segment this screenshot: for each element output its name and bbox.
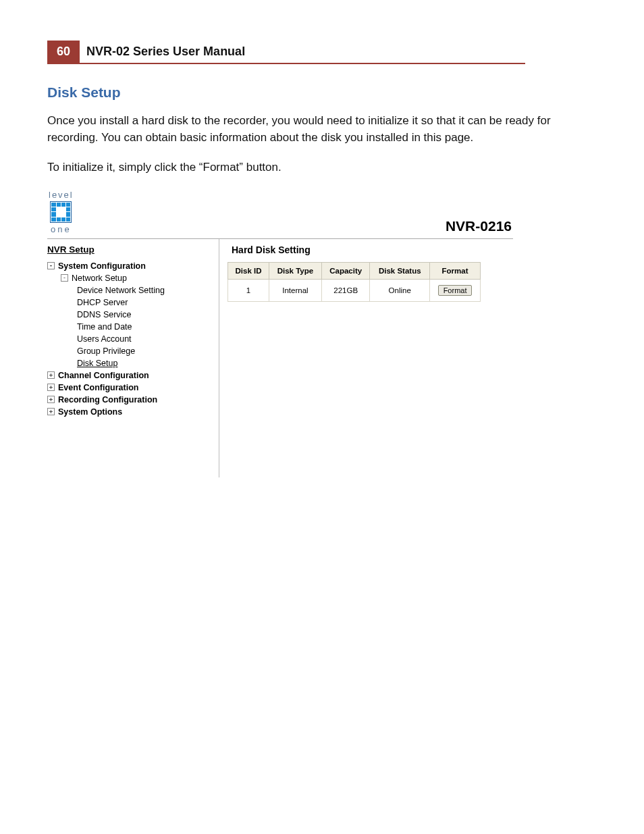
cell-format: Format <box>430 279 481 301</box>
manual-title: NVR-02 Series User Manual <box>80 41 525 64</box>
logo-icon <box>50 201 72 223</box>
tree-label: Network Setup <box>72 273 127 283</box>
tree-label: Event Configuration <box>58 383 138 392</box>
tree-label: System Options <box>58 407 122 417</box>
col-disk-type: Disk Type <box>269 262 321 279</box>
col-disk-id: Disk ID <box>228 262 269 279</box>
pane-title: Hard Disk Setting <box>232 244 513 255</box>
format-button[interactable]: Format <box>438 285 473 296</box>
sidebar-title[interactable]: NVR Setup <box>47 244 216 255</box>
logo-text-top: level <box>49 190 74 200</box>
tree-network-setup[interactable]: - Network Setup <box>61 272 216 284</box>
section-paragraph-1: Once you install a hard disk to the reco… <box>47 113 597 146</box>
manual-page: 60 NVR-02 Series User Manual Disk Setup … <box>0 0 644 504</box>
collapse-icon[interactable]: - <box>61 274 68 282</box>
app-screenshot: level one NVR-0216 NVR Setup - System Co… <box>47 190 513 477</box>
expand-icon[interactable]: + <box>47 371 55 379</box>
model-label: NVR-0216 <box>446 218 512 234</box>
section-paragraph-2: To initialize it, simply click the “Form… <box>47 159 597 176</box>
tree-ddns-service[interactable]: DDNS Service <box>77 309 216 321</box>
disk-table: Disk ID Disk Type Capacity Disk Status F… <box>227 262 481 302</box>
tree-label: System Configuration <box>58 261 146 271</box>
table-header-row: Disk ID Disk Type Capacity Disk Status F… <box>228 262 481 279</box>
tree-recording-configuration[interactable]: + Recording Configuration <box>47 394 216 406</box>
tree-group-privilege[interactable]: Group Privilege <box>77 345 216 357</box>
screenshot-header: level one NVR-0216 <box>47 190 513 239</box>
table-row: 1 Internal 221GB Online Format <box>228 279 481 301</box>
col-capacity: Capacity <box>321 262 369 279</box>
page-number: 60 <box>47 41 80 64</box>
cell-capacity: 221GB <box>321 279 369 301</box>
expand-icon[interactable]: + <box>47 408 55 415</box>
logo-text-bottom: one <box>51 224 72 234</box>
tree-label: Recording Configuration <box>58 395 157 405</box>
tree-label: Channel Configuration <box>58 371 149 380</box>
tree-dhcp-server[interactable]: DHCP Server <box>77 296 216 309</box>
tree-event-configuration[interactable]: + Event Configuration <box>47 382 216 394</box>
content-pane: Hard Disk Setting Disk ID Disk Type Capa… <box>219 239 513 477</box>
tree-device-network-setting[interactable]: Device Network Setting <box>77 284 216 296</box>
cell-disk-id: 1 <box>228 279 269 301</box>
tree-disk-setup[interactable]: Disk Setup <box>77 357 216 369</box>
tree-users-account[interactable]: Users Account <box>77 333 216 345</box>
nav-sidebar: NVR Setup - System Configuration - Netwo… <box>47 239 219 477</box>
tree-channel-configuration[interactable]: + Channel Configuration <box>47 369 216 382</box>
tree-time-and-date[interactable]: Time and Date <box>77 321 216 333</box>
expand-icon[interactable]: + <box>47 384 55 391</box>
col-format: Format <box>430 262 481 279</box>
tree-system-configuration[interactable]: - System Configuration <box>47 260 216 272</box>
page-header: 60 NVR-02 Series User Manual <box>47 41 597 64</box>
tree-system-options[interactable]: + System Options <box>47 406 216 418</box>
brand-logo: level one <box>49 190 74 234</box>
section-title: Disk Setup <box>47 84 597 101</box>
expand-icon[interactable]: + <box>47 396 55 403</box>
col-disk-status: Disk Status <box>370 262 430 279</box>
cell-disk-status: Online <box>370 279 430 301</box>
screenshot-body: NVR Setup - System Configuration - Netwo… <box>47 239 513 477</box>
cell-disk-type: Internal <box>269 279 321 301</box>
collapse-icon[interactable]: - <box>47 262 55 269</box>
